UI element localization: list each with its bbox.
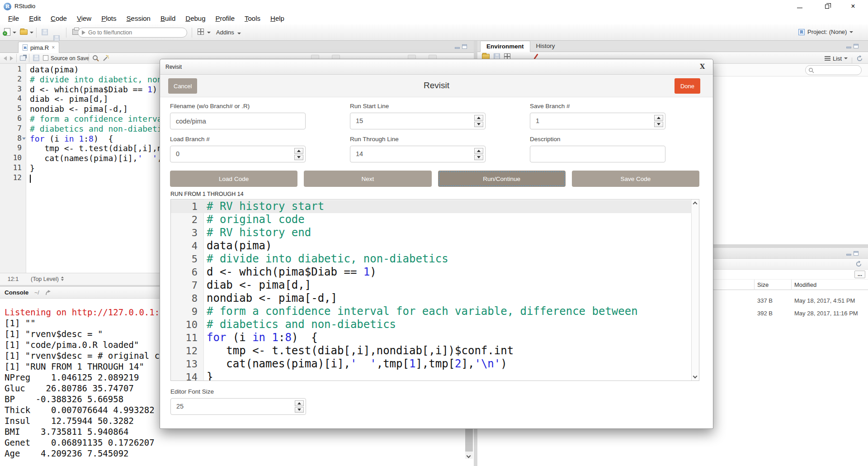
load-code-button[interactable]: Load Code <box>170 171 297 187</box>
menu-profile[interactable]: Profile <box>211 13 240 24</box>
console-scrollbar-thumb[interactable] <box>465 429 473 452</box>
open-file-dropdown-caret[interactable] <box>30 32 33 33</box>
console-output[interactable]: Listening on http://127.0.0.1:[1] ""[1] … <box>5 307 180 459</box>
code-text: for (i in 1:8) { <box>207 331 318 344</box>
goto-file-function-box[interactable] <box>78 28 187 38</box>
save-branch-field-spinner[interactable]: 1 <box>530 113 665 129</box>
column-size[interactable]: Size <box>757 281 769 288</box>
open-file-icon[interactable] <box>20 29 28 35</box>
run-continue-button[interactable]: Run/Continue <box>438 171 566 187</box>
pane-maximize-icon[interactable] <box>462 44 467 49</box>
window-restore-button[interactable] <box>816 0 837 13</box>
menu-file[interactable]: File <box>3 13 24 24</box>
column-modified[interactable]: Modified <box>794 281 816 288</box>
close-icon: × <box>851 3 855 10</box>
field-label: Run Start Line <box>350 103 486 109</box>
load-branch-field-spinner[interactable]: 0 <box>170 146 306 162</box>
dialog-code-scrollbar[interactable] <box>691 200 699 380</box>
console-line: Insul 12.75944 50.3282 <box>5 415 180 426</box>
dialog-close-icon[interactable]: X <box>700 63 705 70</box>
save-code-button[interactable]: Save Code <box>572 171 699 187</box>
spin-up-button[interactable] <box>474 148 483 154</box>
back-icon[interactable] <box>4 56 7 61</box>
menu-edit[interactable]: Edit <box>24 13 46 24</box>
window-minimize-button[interactable] <box>789 0 810 13</box>
pane-minimize-icon[interactable] <box>846 47 851 48</box>
filename-field-input[interactable] <box>170 113 306 129</box>
spin-up-button[interactable] <box>474 115 483 121</box>
environment-view-selector[interactable]: List <box>825 54 863 62</box>
menu-code[interactable]: Code <box>46 13 72 24</box>
file-modified: May 18, 2017, 4:51 PM <box>794 297 855 304</box>
scroll-down-icon[interactable] <box>467 454 471 458</box>
menu-tools[interactable]: Tools <box>240 13 265 24</box>
menu-view[interactable]: View <box>72 13 96 24</box>
console-line: BP -0.388326 5.66958 <box>5 394 180 404</box>
save-icon[interactable] <box>42 29 48 35</box>
source-on-save-checkbox[interactable] <box>43 55 48 61</box>
pane-minimize-icon[interactable] <box>846 254 851 256</box>
spin-down-button[interactable] <box>654 122 663 128</box>
code-text: data(pima) <box>207 239 272 252</box>
menu-help[interactable]: Help <box>265 13 289 24</box>
panes-dropdown-caret[interactable] <box>207 32 211 33</box>
tab-environment[interactable]: Environment <box>480 41 530 52</box>
new-file-icon[interactable] <box>4 28 10 36</box>
addins-menu[interactable]: Addins <box>216 29 241 36</box>
pane-minimize-icon[interactable] <box>455 47 460 49</box>
field-label: Filename (w/o Branch# or .R) <box>170 103 306 109</box>
project-selector[interactable]: R Project: (None) <box>798 29 853 35</box>
code-text: d <- which(pima$Diab == 1) <box>30 85 157 94</box>
run-start-line-field-spinner[interactable]: 15 <box>350 113 486 129</box>
new-file-dropdown-caret[interactable] <box>13 32 16 33</box>
console-popout-icon[interactable] <box>45 290 52 296</box>
more-button[interactable]: ... <box>854 271 865 278</box>
goto-file-function-input[interactable] <box>88 29 174 36</box>
spin-down-button[interactable] <box>294 155 303 161</box>
next-button[interactable]: Next <box>304 171 431 187</box>
scroll-up-icon[interactable] <box>693 202 698 206</box>
cancel-button[interactable]: Cancel <box>168 78 197 94</box>
environment-search-box[interactable] <box>805 65 862 75</box>
description-field-input[interactable] <box>530 146 665 162</box>
run-through-line-field-spinner[interactable]: 14 <box>350 146 486 162</box>
pane-maximize-icon[interactable] <box>854 251 859 256</box>
forward-icon[interactable] <box>10 56 13 61</box>
pane-maximize-icon[interactable] <box>854 44 859 48</box>
menu-build[interactable]: Build <box>156 13 180 24</box>
spin-down-button[interactable] <box>474 122 483 128</box>
spin-up-button[interactable] <box>295 400 304 406</box>
dialog-code-line: 2# original code <box>171 213 692 226</box>
dialog-titlebar[interactable]: Revisit X <box>160 59 713 75</box>
line-number: 11 <box>0 163 22 172</box>
editor-tab-pima[interactable]: R pima.R × <box>18 42 59 53</box>
window-close-button[interactable]: × <box>843 0 863 13</box>
menu-plots[interactable]: Plots <box>96 13 121 24</box>
menu-debug[interactable]: Debug <box>180 13 210 24</box>
menu-session[interactable]: Session <box>122 13 156 24</box>
tab-history[interactable]: History <box>530 41 561 52</box>
open-in-new-window-icon[interactable] <box>20 56 26 61</box>
spin-up-button[interactable] <box>294 148 303 154</box>
refresh-icon[interactable] <box>855 261 862 267</box>
spin-up-button[interactable] <box>654 115 663 121</box>
done-button[interactable]: Done <box>675 78 700 94</box>
revisit-dialog: Revisit X Revisit Cancel Done Filename (… <box>160 59 713 429</box>
environment-search-input[interactable] <box>814 67 856 73</box>
scope-selector[interactable]: (Top Level) <box>31 276 64 282</box>
scroll-down-icon[interactable] <box>693 374 698 379</box>
spin-down-button[interactable] <box>474 155 483 161</box>
project-caret-icon <box>849 31 853 33</box>
panes-grid-icon[interactable] <box>198 29 204 35</box>
code-text: for (i in 1:8) { <box>30 134 113 143</box>
refresh-icon[interactable] <box>856 55 863 62</box>
dialog-code-viewer[interactable]: 1# RV history start2# original code3# RV… <box>170 199 699 381</box>
find-replace-icon[interactable] <box>92 55 99 62</box>
editor-font-size-spinner[interactable]: 25 <box>170 398 306 415</box>
dialog-window-title: Revisit <box>165 64 182 70</box>
spin-down-button[interactable] <box>295 407 304 413</box>
tab-close-icon[interactable]: × <box>52 44 55 51</box>
code-tools-wand-icon[interactable] <box>102 55 109 62</box>
save-document-icon[interactable] <box>33 55 39 61</box>
fold-chevron-icon[interactable] <box>22 138 26 140</box>
